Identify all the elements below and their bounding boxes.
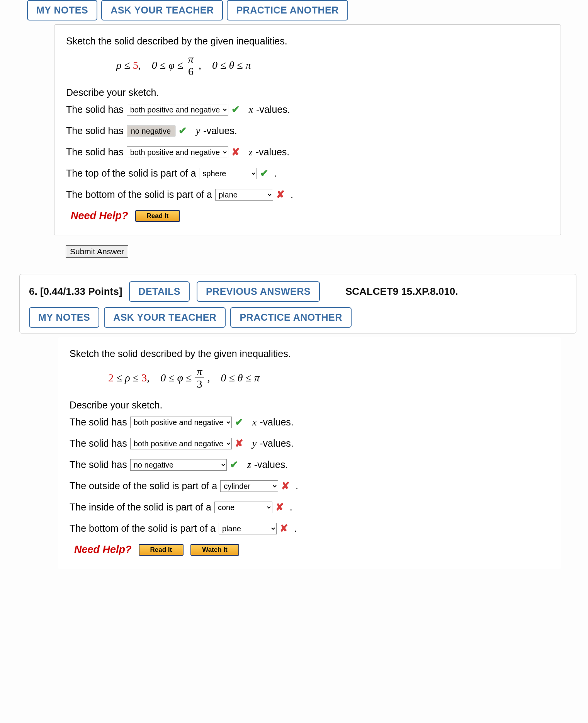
q6-theta: 0 ≤ θ ≤ π bbox=[221, 372, 260, 384]
practice-another-button[interactable]: PRACTICE ANOTHER bbox=[227, 0, 348, 20]
q6-line-2: The solid has both positive and negative… bbox=[70, 437, 546, 449]
q5-prompt: Sketch the solid described by the given … bbox=[66, 36, 545, 47]
q5-l1-pre: The solid has bbox=[66, 104, 124, 115]
q6-l5-pre: The inside of the solid is part of a bbox=[70, 502, 211, 513]
q6-l1-suf: -values. bbox=[260, 417, 294, 428]
q5-l3-var: z bbox=[249, 146, 253, 158]
q6-l2-suf: -values. bbox=[260, 438, 294, 449]
q6-phi-frac: π 3 bbox=[195, 366, 204, 390]
q5-phi-den: 6 bbox=[188, 65, 194, 77]
q6-l4-select[interactable]: cylinder bbox=[220, 480, 278, 492]
q5-theta: 0 ≤ θ ≤ π bbox=[212, 59, 251, 71]
ask-teacher-button[interactable]: ASK YOUR TEACHER bbox=[101, 0, 223, 20]
x-icon: ✘ bbox=[281, 480, 290, 492]
q6-phi-num: π bbox=[195, 366, 204, 378]
question-6-header: 6. [0.44/1.33 Points] DETAILS PREVIOUS A… bbox=[19, 274, 576, 333]
q5-phi-suf: , bbox=[199, 59, 201, 71]
q6-rho-lo: 2 bbox=[108, 372, 114, 384]
x-icon: ✘ bbox=[276, 189, 285, 201]
q6-l2-pre: The solid has bbox=[70, 438, 127, 449]
q5-phi-num: π bbox=[186, 54, 195, 65]
q6-phi-suf: , bbox=[207, 372, 210, 384]
q5-l5-select[interactable]: plane bbox=[215, 189, 273, 201]
q5-l3-select[interactable]: both positive and negative bbox=[127, 146, 228, 158]
q6-inequalities: 2 ≤ ρ ≤ 3, 0 ≤ φ ≤ π 3 , 0 ≤ θ ≤ π bbox=[108, 366, 546, 390]
top-actions: MY NOTES ASK YOUR TEACHER PRACTICE ANOTH… bbox=[0, 0, 588, 20]
q6-l6-select[interactable]: plane bbox=[219, 523, 277, 534]
q5-l3-suf: -values. bbox=[256, 146, 290, 158]
submit-answer-button[interactable]: Submit Answer bbox=[66, 245, 128, 258]
practice-another-button[interactable]: PRACTICE ANOTHER bbox=[230, 307, 351, 328]
read-it-button[interactable]: Read It bbox=[139, 544, 184, 556]
q6-phi-pre: 0 ≤ φ ≤ bbox=[160, 372, 192, 384]
q5-l1-select[interactable]: both positive and negative bbox=[127, 104, 228, 116]
watch-it-button[interactable]: Watch It bbox=[190, 544, 239, 556]
q5-phi-frac: π 6 bbox=[186, 54, 195, 77]
check-icon: ✔ bbox=[178, 125, 187, 137]
details-button[interactable]: DETAILS bbox=[129, 281, 190, 302]
q6-line-1: The solid has both positive and negative… bbox=[70, 416, 546, 428]
q6-line-4: The outside of the solid is part of a cy… bbox=[70, 480, 546, 492]
q6-l2-select[interactable]: both positive and negative bbox=[130, 438, 232, 449]
question-6-body: Sketch the solid described by the given … bbox=[58, 337, 561, 569]
q6-rho-hi: 3 bbox=[141, 372, 147, 384]
q6-need-help: Need Help? Read It Watch It bbox=[74, 544, 546, 556]
read-it-button[interactable]: Read It bbox=[135, 210, 180, 222]
q6-l1-select[interactable]: both positive and negative bbox=[130, 417, 232, 428]
q5-inequalities: ρ ≤ 5, 0 ≤ φ ≤ π 6 , 0 ≤ θ ≤ π bbox=[116, 54, 545, 77]
q6-l6-pre: The bottom of the solid is part of a bbox=[70, 523, 216, 534]
q5-l4-select[interactable]: sphere bbox=[199, 168, 257, 179]
check-icon: ✔ bbox=[235, 416, 243, 428]
q5-l2-select[interactable]: no negative bbox=[127, 126, 175, 136]
q6-l1-var: x bbox=[252, 417, 257, 428]
q6-bookref: SCALCET9 15.XP.8.010. bbox=[345, 286, 458, 298]
q6-l1-pre: The solid has bbox=[70, 417, 127, 428]
q5-l4-pre: The top of the solid is part of a bbox=[66, 168, 196, 179]
check-icon: ✔ bbox=[231, 104, 240, 116]
q5-rho-pre: ρ ≤ bbox=[116, 59, 133, 71]
previous-answers-button[interactable]: PREVIOUS ANSWERS bbox=[197, 281, 320, 302]
q6-line-3: The solid has no negative ✔ z-values. bbox=[70, 459, 546, 471]
q6-l5-select[interactable]: cone bbox=[214, 502, 272, 513]
q6-subheader: Describe your sketch. bbox=[70, 400, 546, 411]
q6-rho-between: ≤ ρ ≤ bbox=[114, 372, 141, 384]
q5-l2-suf: -values. bbox=[203, 125, 237, 136]
q5-l2-var: y bbox=[196, 125, 201, 137]
need-help-label: Need Help? bbox=[74, 544, 132, 556]
x-icon: ✘ bbox=[231, 146, 240, 158]
q5-line-5: The bottom of the solid is part of a pla… bbox=[66, 189, 545, 201]
q5-l3-pre: The solid has bbox=[66, 146, 124, 158]
q6-rho-suf: , bbox=[147, 372, 150, 384]
q6-l3-suf: -values. bbox=[254, 459, 288, 470]
q6-line-6: The bottom of the solid is part of a pla… bbox=[70, 522, 546, 534]
need-help-label: Need Help? bbox=[71, 210, 128, 222]
q6-l3-pre: The solid has bbox=[70, 459, 127, 470]
q5-l5-pre: The bottom of the solid is part of a bbox=[66, 189, 212, 200]
q6-line-5: The inside of the solid is part of a con… bbox=[70, 501, 546, 513]
q5-subheader: Describe your sketch. bbox=[66, 87, 545, 98]
q6-l3-var: z bbox=[247, 459, 251, 471]
q6-prompt: Sketch the solid described by the given … bbox=[70, 348, 546, 359]
question-5-body: Sketch the solid described by the given … bbox=[54, 24, 561, 235]
my-notes-button[interactable]: MY NOTES bbox=[29, 307, 99, 328]
q5-line-3: The solid has both positive and negative… bbox=[66, 146, 545, 158]
check-icon: ✔ bbox=[230, 459, 238, 471]
q5-submit-wrap: Submit Answer bbox=[66, 245, 588, 258]
q5-need-help: Need Help? Read It bbox=[71, 210, 545, 222]
q5-line-2: The solid has no negative ✔ y-values. bbox=[66, 125, 545, 137]
q5-l2-pre: The solid has bbox=[66, 125, 124, 136]
q5-phi-pre: 0 ≤ φ ≤ bbox=[152, 59, 183, 71]
ask-teacher-button[interactable]: ASK YOUR TEACHER bbox=[104, 307, 226, 328]
q6-phi-den: 3 bbox=[197, 378, 202, 390]
x-icon: ✘ bbox=[235, 437, 243, 449]
q6-points: 6. [0.44/1.33 Points] bbox=[29, 286, 122, 298]
q6-l2-var: y bbox=[252, 438, 257, 449]
q5-line-4: The top of the solid is part of a sphere… bbox=[66, 167, 545, 179]
q6-l3-select[interactable]: no negative bbox=[130, 459, 227, 471]
x-icon: ✘ bbox=[280, 522, 288, 534]
q5-l1-suf: -values. bbox=[256, 104, 290, 115]
q5-l1-var: x bbox=[249, 104, 253, 116]
my-notes-button[interactable]: MY NOTES bbox=[27, 0, 97, 20]
x-icon: ✘ bbox=[275, 501, 284, 513]
q5-line-1: The solid has both positive and negative… bbox=[66, 104, 545, 116]
